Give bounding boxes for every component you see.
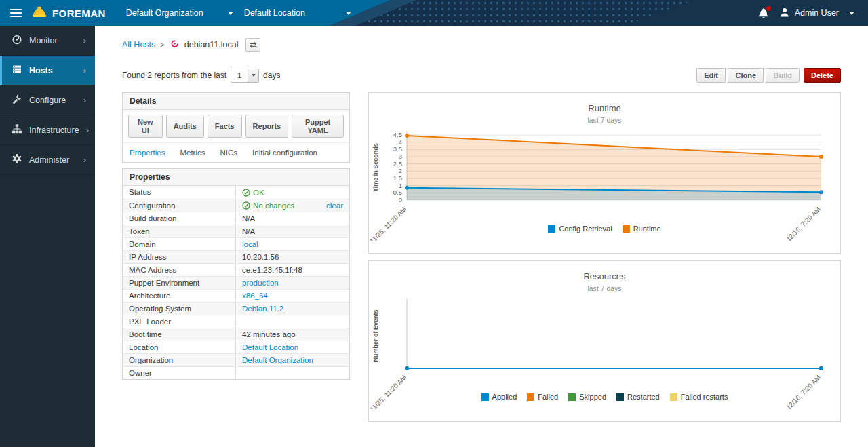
- legend-swatch: [616, 393, 624, 401]
- organization-dropdown[interactable]: Default Organization: [126, 8, 233, 18]
- tab-metrics[interactable]: Metrics: [180, 149, 205, 157]
- days-select-value: 1: [231, 69, 248, 82]
- svg-text:2: 2: [399, 167, 402, 174]
- brand-title: FOREMAN: [52, 7, 106, 19]
- property-value-link[interactable]: Default Organization: [242, 356, 313, 364]
- runtime-chart: 00.511.522.533.544.511/25, 11:20 AM12/16…: [369, 125, 840, 241]
- sitemap-icon: [12, 123, 22, 136]
- chart-title: Runtime: [588, 103, 620, 113]
- details-button-reports[interactable]: Reports: [245, 115, 289, 138]
- resources-chart-panel: Resources last 7 days 11/25, 11:20 AM12/…: [368, 260, 841, 422]
- property-value-link[interactable]: x86_64: [242, 292, 268, 300]
- legend-item-runtime[interactable]: Runtime: [623, 225, 661, 233]
- reports-summary: Found 2 reports from the last 1 days: [122, 69, 280, 83]
- days-select[interactable]: 1: [231, 69, 259, 83]
- location-label: Default Location: [244, 8, 305, 18]
- sidebar-item-label: Hosts: [29, 66, 53, 75]
- sidebar-item-label: Infrastructure: [29, 125, 79, 135]
- location-dropdown[interactable]: Default Location: [244, 8, 351, 18]
- svg-text:12/16, 7:20 AM: 12/16, 7:20 AM: [785, 374, 822, 409]
- property-row-token: TokenN/A: [123, 225, 349, 237]
- sidebar-item-hosts[interactable]: Hosts ›: [0, 56, 95, 85]
- legend-swatch: [527, 393, 534, 401]
- chevron-down-icon: [849, 12, 854, 15]
- legend-item-config-retrieval[interactable]: Config Retrieval: [548, 225, 612, 233]
- chevron-right-icon: ›: [83, 65, 86, 75]
- clear-link[interactable]: clear: [326, 201, 343, 210]
- wrench-icon: [12, 94, 22, 106]
- clone-button[interactable]: Clone: [728, 68, 764, 83]
- details-button-facts[interactable]: Facts: [208, 115, 242, 138]
- property-row-architecture: Architecturex86_64: [123, 289, 349, 302]
- sidebar-item-label: Administer: [29, 155, 69, 165]
- user-menu[interactable]: Admin User: [779, 7, 854, 20]
- tab-initial-configuration[interactable]: Initial configuration: [252, 149, 317, 157]
- property-label: Owner: [123, 367, 236, 379]
- legend-swatch: [548, 225, 555, 233]
- breadcrumb-all-hosts-link[interactable]: All Hosts: [122, 40, 155, 50]
- tab-properties[interactable]: Properties: [130, 149, 165, 157]
- svg-text:4: 4: [399, 138, 402, 146]
- hardhat-logo-icon: [31, 4, 47, 22]
- chart-legend: Config RetrievalRuntime: [548, 225, 660, 233]
- legend-label: Runtime: [633, 225, 661, 233]
- debian-logo-icon: [170, 39, 180, 51]
- tab-nics[interactable]: NICs: [220, 149, 237, 157]
- property-row-boot-time: Boot time42 minutes ago: [123, 328, 349, 341]
- user-name: Admin User: [795, 8, 839, 18]
- property-value-link[interactable]: Debian 11.2: [242, 305, 283, 313]
- legend-label: Restarted: [627, 393, 660, 401]
- details-tabs: PropertiesMetricsNICsInitial configurati…: [123, 142, 349, 162]
- details-buttons: New UIAuditsFactsReportsPuppet YAML: [123, 110, 349, 142]
- chevron-down-icon: [248, 69, 258, 82]
- delete-button[interactable]: Delete: [804, 68, 841, 83]
- svg-text:0: 0: [399, 196, 402, 203]
- property-label: Configuration: [123, 199, 236, 212]
- svg-text:3: 3: [399, 153, 402, 160]
- legend-item-failed[interactable]: Failed: [527, 393, 558, 401]
- property-label: Status: [123, 186, 236, 199]
- legend-swatch: [623, 225, 630, 233]
- chevron-right-icon: ›: [83, 155, 86, 165]
- details-button-new-ui[interactable]: New UI: [128, 115, 163, 138]
- edit-button[interactable]: Edit: [696, 68, 726, 83]
- details-button-audits[interactable]: Audits: [166, 115, 204, 138]
- property-value: 42 minutes ago: [242, 330, 296, 338]
- svg-text:Number of Events: Number of Events: [372, 309, 379, 362]
- host-switcher-button[interactable]: ⇄: [245, 38, 260, 52]
- property-row-domain: Domainlocal: [123, 237, 349, 250]
- svg-text:1: 1: [399, 182, 402, 189]
- legend-label: Failed restarts: [681, 393, 728, 401]
- legend-item-restarted[interactable]: Restarted: [616, 393, 660, 401]
- property-row-mac-address: MAC Addressce:e1:23:45:1f:48: [123, 263, 349, 276]
- build-button[interactable]: Build: [766, 68, 800, 83]
- top-navbar: FOREMAN Default Organization Default Loc…: [0, 0, 868, 26]
- properties-table: Properties StatusOKConfigurationNo chang…: [122, 168, 350, 380]
- property-row-operating-system: Operating SystemDebian 11.2: [123, 302, 349, 315]
- notifications-bell-icon[interactable]: [758, 7, 769, 19]
- legend-item-applied[interactable]: Applied: [481, 393, 517, 401]
- property-label: IP Address: [123, 251, 236, 263]
- reports-summary-suffix: days: [263, 71, 280, 80]
- breadcrumb: All Hosts > debian11.local ⇄: [122, 38, 841, 52]
- hamburger-menu-icon[interactable]: [0, 0, 31, 26]
- sidebar-item-administer[interactable]: Administer ›: [0, 145, 95, 175]
- legend-item-skipped[interactable]: Skipped: [568, 393, 606, 401]
- property-label: Token: [123, 225, 236, 237]
- property-row-ip-address: IP Address10.20.1.56: [123, 250, 349, 263]
- foreman-brand[interactable]: FOREMAN: [31, 4, 115, 22]
- legend-item-failed-restarts[interactable]: Failed restarts: [670, 393, 728, 401]
- chevron-right-icon: ›: [86, 125, 89, 135]
- sidebar-item-monitor[interactable]: Monitor ›: [0, 26, 95, 56]
- sidebar-item-infrastructure[interactable]: Infrastructure ›: [0, 115, 95, 145]
- svg-text:1.5: 1.5: [393, 174, 402, 182]
- property-value-link[interactable]: production: [242, 279, 279, 287]
- details-button-puppet-yaml[interactable]: Puppet YAML: [292, 115, 344, 138]
- svg-text:2.5: 2.5: [393, 160, 402, 168]
- notification-badge: [766, 6, 771, 11]
- property-value-link[interactable]: Default Location: [242, 343, 298, 351]
- property-value: 10.20.1.56: [242, 253, 279, 261]
- sidebar-item-label: Monitor: [29, 36, 58, 45]
- property-value-link[interactable]: local: [242, 240, 258, 248]
- sidebar-item-configure[interactable]: Configure ›: [0, 85, 95, 115]
